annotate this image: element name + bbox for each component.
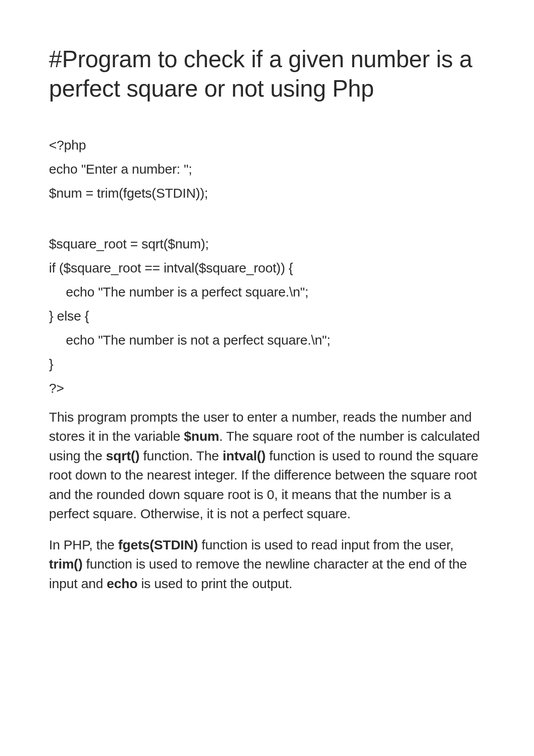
bold-text: trim() xyxy=(49,557,82,571)
bold-text: intval() xyxy=(222,448,266,463)
code-line: echo "The number is a perfect square.\n"… xyxy=(49,285,485,299)
code-line: <?php xyxy=(49,138,485,152)
code-line: } else { xyxy=(49,309,485,323)
code-line: echo "The number is not a perfect square… xyxy=(49,333,485,347)
code-line: ?> xyxy=(49,382,485,395)
text: function. The xyxy=(140,448,223,463)
explanation-paragraph-1: This program prompts the user to enter a… xyxy=(49,407,485,524)
code-line: $square_root = sqrt($num); xyxy=(49,237,485,251)
bold-text: echo xyxy=(107,576,138,591)
bold-text: sqrt() xyxy=(106,448,139,463)
bold-text: $num xyxy=(184,429,219,443)
text: function is used to read input from the … xyxy=(198,537,453,552)
code-line: } xyxy=(49,358,485,371)
code-block: <?php echo "Enter a number: "; $num = tr… xyxy=(49,138,485,395)
code-line: $num = trim(fgets(STDIN)); xyxy=(49,187,485,200)
explanation-paragraph-2: In PHP, the fgets(STDIN) function is use… xyxy=(49,535,485,593)
page-title: #Program to check if a given number is a… xyxy=(49,45,485,104)
code-line: echo "Enter a number: "; xyxy=(49,163,485,176)
text: In PHP, the xyxy=(49,537,118,552)
text: is used to print the output. xyxy=(138,576,292,591)
code-line: if ($square_root == intval($square_root)… xyxy=(49,261,485,275)
code-blank-line xyxy=(49,211,485,228)
bold-text: fgets(STDIN) xyxy=(118,537,198,552)
